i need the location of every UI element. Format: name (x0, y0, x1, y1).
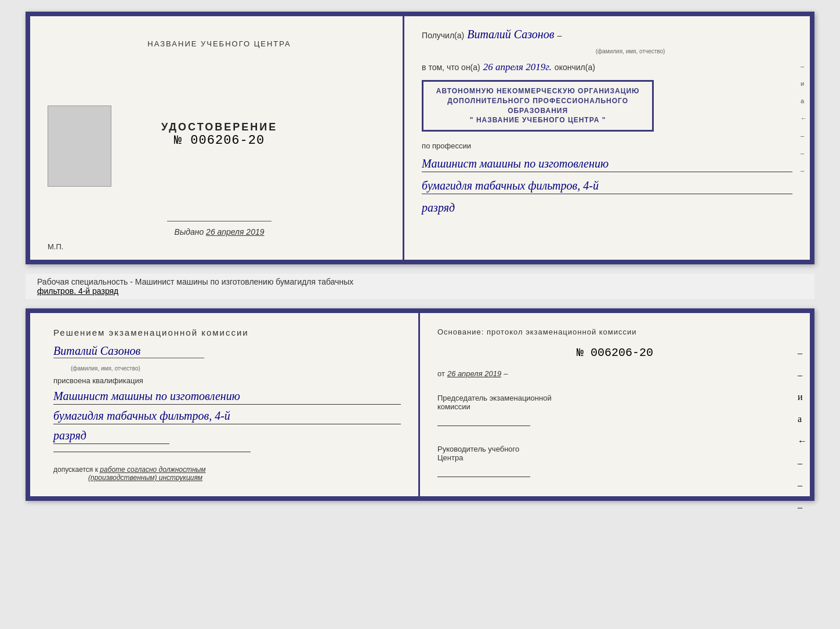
predsedatel-signature (437, 426, 530, 426)
poluchil-sublabel: (фамилия, имя, отчество) (468, 48, 792, 54)
ot-date-line: от 26 апреля 2019 – (437, 369, 792, 378)
stamp-block: АВТОНОМНУЮ НЕКОММЕРЧЕСКУЮ ОРГАНИЗАЦИЮ ДО… (422, 80, 654, 132)
certificate-bottom: Решением экзаменационной комиссии Витали… (26, 308, 814, 501)
rukovoditel-signature (437, 477, 530, 477)
bottom-name: Виталий Сазонов (53, 344, 140, 357)
dopuskaetsya-block: допускается к работе согласно должностны… (53, 466, 401, 482)
bottom-name-sub: (фамилия, имя, отчество) (71, 365, 401, 372)
protocol-number: № 006206-20 (437, 346, 792, 359)
bottom-side-labels: – – и а ← – – – (798, 348, 807, 512)
rukovoditel-block: Руководитель учебного Центра (437, 445, 792, 477)
bottom-right-panel: Основание: протокол экзаменационной коми… (420, 313, 810, 496)
mp-label: М.П. (48, 242, 63, 251)
kval-line3: разряд (53, 429, 169, 444)
annotation-bar: Рабочая специальность - Машинист машины … (26, 274, 814, 299)
professiya-line3: разряд (422, 201, 792, 214)
diploma-top: НАЗВАНИЕ УЧЕБНОГО ЦЕНТРА УДОСТОВЕРЕНИЕ №… (26, 12, 814, 264)
side-labels-right: – и а ← – – – (801, 63, 807, 174)
kval-line2: бумагидля табачных фильтров, 4-й (53, 409, 401, 424)
komissia-title: Решением экзаменационной комиссии (53, 328, 401, 337)
bottom-left-panel: Решением экзаменационной комиссии Витали… (30, 313, 420, 496)
udostoverenie-number: № 006206-20 (161, 133, 277, 148)
vtom-line: в том, что он(а) 26 апреля 2019г. окончи… (422, 61, 792, 73)
prisvoena-label: присвоена квалификация (53, 376, 401, 385)
poprofessii-label: по профессии (422, 141, 792, 150)
annotation-text-normal: Рабочая специальность - Машинист машины … (37, 277, 353, 286)
diploma-left-panel: НАЗВАНИЕ УЧЕБНОГО ЦЕНТРА УДОСТОВЕРЕНИЕ №… (30, 16, 404, 260)
osnovanie-text: Основание: протокол экзаменационной коми… (437, 328, 792, 336)
poluchil-line: Получил(а) Виталий Сазонов – (422, 28, 792, 41)
annotation-text-underline: фильтров. 4-й разряд (37, 286, 118, 296)
kval-line1: Машинист машины по изготовлению (53, 390, 401, 405)
photo-placeholder (48, 106, 111, 187)
professiya-line1: Машинист машины по изготовлению (422, 157, 792, 172)
diploma-right-panel: Получил(а) Виталий Сазонов – (фамилия, и… (404, 16, 810, 260)
vydano-line: Выдано 26 апреля 2019 (167, 227, 271, 237)
center-title: НАЗВАНИЕ УЧЕБНОГО ЦЕНТРА (147, 39, 291, 48)
udostoverenie-block: УДОСТОВЕРЕНИЕ № 006206-20 (161, 121, 277, 148)
udostoverenie-title: УДОСТОВЕРЕНИЕ (161, 121, 277, 133)
predsedatel-block: Председатель экзаменационной комиссии (437, 394, 792, 426)
professiya-line2: бумагидля табачных фильтров, 4-й (422, 179, 792, 194)
